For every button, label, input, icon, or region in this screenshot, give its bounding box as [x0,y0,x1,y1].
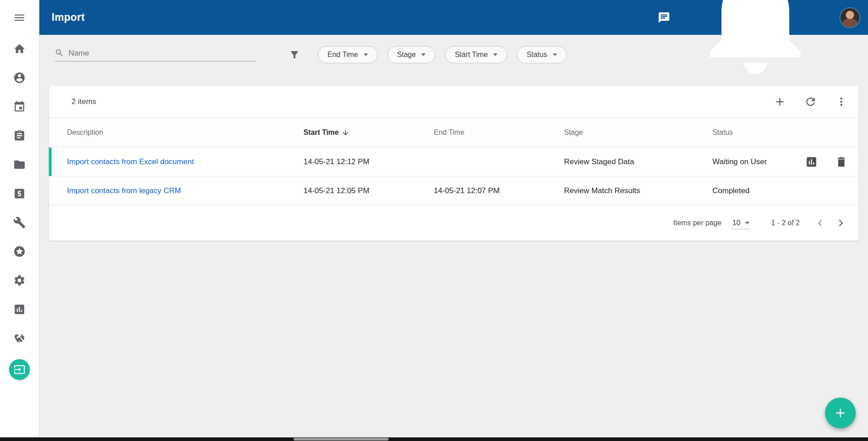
cell-stage: Review Staged Data [564,157,712,166]
sidebar [0,0,39,441]
contacts-icon[interactable] [13,71,26,84]
chevron-down-icon [553,53,557,56]
search-icon [55,48,64,58]
card-header-actions [773,95,848,108]
plus-icon [833,406,848,420]
column-label: Stage [564,128,583,137]
home-icon[interactable] [13,43,26,55]
folder-icon[interactable] [13,158,26,171]
chevron-down-icon [421,53,426,56]
filter-icon[interactable] [289,49,300,60]
featured-icon[interactable] [13,245,26,258]
add-import-fab[interactable] [825,398,856,428]
more-options-button[interactable] [835,95,848,108]
row-accent-bar [49,147,52,176]
cell-end-time: 14-05-21 12:07 PM [434,186,564,195]
import-list-card: 2 items Description [49,86,859,241]
filter-chip-start-time[interactable]: Start Time [445,46,507,63]
chip-label: Status [526,51,547,59]
paginator: Items per page 10 1 - 2 of 2 [49,205,859,241]
bell-icon [688,0,823,85]
sidebar-nav [9,35,30,380]
column-label: Status [712,128,733,137]
horizontal-scrollbar [0,437,868,441]
items-per-page-label: Items per page [673,219,721,227]
reports-icon[interactable] [13,303,26,316]
deals-handshake-icon[interactable] [13,332,26,345]
main-content: End Time Stage Start Time Status [39,35,868,441]
chevron-down-icon [745,222,749,224]
chat-icon[interactable] [658,11,670,24]
calendar-icon[interactable] [13,100,26,113]
refresh-button[interactable] [804,95,817,108]
user-avatar[interactable] [840,8,859,27]
cell-start-time: 14-05-21 12:05 PM [304,186,434,195]
column-header-description[interactable]: Description [67,128,304,137]
chip-label: End Time [327,51,358,59]
table-header-row: Description Start Time End Time Stage St… [49,118,859,147]
settings-icon[interactable] [13,274,26,287]
cell-status: Completed [712,186,800,195]
filter-chip-end-time[interactable]: End Time [318,46,378,63]
menu-button[interactable] [0,0,39,35]
column-label: Start Time [304,128,339,137]
column-header-status[interactable]: Status [712,128,800,137]
add-item-button[interactable] [773,95,786,108]
column-header-start-time[interactable]: Start Time [304,128,434,137]
column-label: End Time [434,128,465,137]
topbar-actions: 7 [658,0,859,85]
table-row: Import contacts from legacy CRM 14-05-21… [49,176,859,205]
screen: Import 7 [0,0,868,441]
row-report-button[interactable] [805,156,818,168]
topbar: Import 7 [39,0,868,35]
search-field [55,48,256,62]
chevron-down-icon [493,53,498,56]
filter-chip-stage[interactable]: Stage [388,46,436,63]
search-input[interactable] [68,49,256,58]
page-range-label: 1 - 2 of 2 [771,219,800,227]
sidebar-item-import-active[interactable] [9,359,30,380]
column-label: Description [67,128,103,137]
chip-label: Start Time [455,51,488,59]
cell-stage: Review Match Results [564,186,712,195]
table-row: Import contacts from Excel document 14-0… [49,147,859,176]
import-job-link[interactable]: Import contacts from legacy CRM [67,186,304,195]
cell-status: Waiting on User [712,157,800,166]
tools-icon[interactable] [13,216,26,229]
filter-chips: End Time Stage Start Time Status [318,46,567,63]
notifications-button[interactable]: 7 [688,0,823,85]
import-job-link[interactable]: Import contacts from Excel document [67,157,304,166]
chevron-down-icon [364,53,368,56]
column-header-end-time[interactable]: End Time [434,128,564,137]
page-title: Import [52,11,85,24]
items-per-page-select[interactable]: 10 [731,217,750,229]
column-header-stage[interactable]: Stage [564,128,712,137]
cell-start-time: 14-05-21 12:12 PM [304,157,434,166]
next-page-button[interactable] [834,216,848,230]
row-delete-button[interactable] [835,156,848,168]
hamburger-icon [13,11,26,24]
items-per-page-value: 10 [732,219,740,227]
row-actions [800,156,848,168]
import-icon [14,364,25,375]
horizontal-scrollbar-thumb[interactable] [294,438,389,441]
sort-descending-icon [342,128,350,137]
card-header: 2 items [49,86,859,118]
previous-page-button[interactable] [813,216,827,230]
sales-icon[interactable] [13,187,26,200]
tasks-icon[interactable] [13,129,26,142]
chip-label: Stage [397,51,416,59]
items-count: 2 items [71,97,96,106]
filter-chip-status[interactable]: Status [517,46,566,63]
